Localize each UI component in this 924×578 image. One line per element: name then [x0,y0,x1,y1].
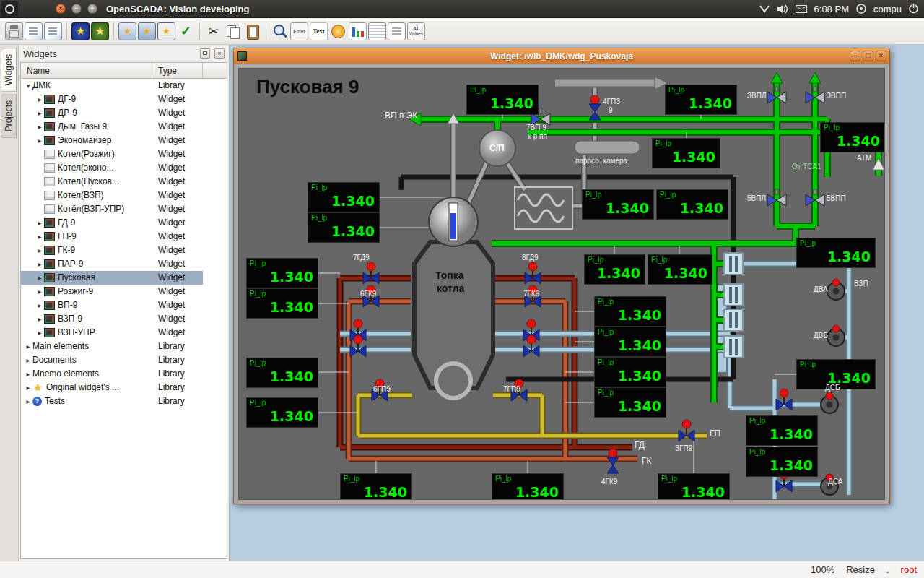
copy-icon[interactable] [224,22,242,40]
add-widget-library-icon[interactable]: ★ [138,22,156,40]
tree-item-ДР-9[interactable]: ▸ДР-9Widget [21,106,227,120]
value-display-21[interactable]: Pi_lp1.340 [746,415,818,446]
column-header-name[interactable]: Name [21,63,152,78]
value-display-24[interactable]: Pi_lp1.340 [492,473,564,500]
enter-element-icon[interactable]: Enter [290,22,308,40]
widget-editor-window[interactable]: Widget: /wlb_DMK/wdg_Puskovaja – □ × [233,48,890,504]
cut-icon[interactable]: ✂ [204,22,222,40]
volume-icon[interactable] [777,4,788,14]
tree-item-Котел(эконо...[interactable]: Котел(эконо...Widget [21,161,227,175]
clock[interactable]: 6:08 PM [814,4,849,14]
value-display-7[interactable]: Pi_lp1.340 [582,189,654,220]
edit-mode[interactable]: Resize [846,564,875,575]
expand-arrow-icon[interactable]: ▸ [24,353,32,367]
tree-item-Дым_Газы 9[interactable]: ▸Дым_Газы 9Widget [21,120,227,134]
close-window-button[interactable]: × [56,4,66,14]
add-widget-icon[interactable]: ★ [118,22,136,40]
username[interactable]: compu [873,4,902,14]
tree-item-ВП-9[interactable]: ▸ВП-9Widget [21,298,227,312]
tree-item-ГП-9[interactable]: ▸ГП-9Widget [21,230,227,243]
value-display-4[interactable]: Pi_lp1.340 [652,138,720,168]
expand-arrow-icon[interactable]: ▸ [35,106,44,120]
load-document-icon[interactable] [44,22,62,40]
expand-arrow-icon[interactable]: ▸ [24,340,32,353]
mail-icon[interactable] [796,5,807,13]
tree-item-Original widget's ...[interactable]: ▸★Original widget's ...Library [21,381,227,394]
expand-arrow-icon[interactable]: ▸ [35,326,44,340]
tree-item-Котел(Пусков...[interactable]: Котел(Пусков...Widget [21,175,227,189]
float-dock-icon[interactable] [200,48,210,59]
distro-logo-icon[interactable] [1,1,18,17]
expand-arrow-icon[interactable]: ▸ [35,243,44,257]
tab-widgets[interactable]: Widgets [1,48,17,92]
tree-item-ПАР-9[interactable]: ▸ПАР-9Widget [21,257,227,271]
current-user[interactable]: root [901,564,917,575]
expand-arrow-icon[interactable]: ▸ [35,285,44,298]
value-display-22[interactable]: Pi_lp1.340 [746,447,818,477]
tree-item-Экономайзер[interactable]: ▸ЭкономайзерWidget [21,134,227,147]
maximize-window-button[interactable]: + [87,4,97,14]
value-display-17[interactable]: Pi_lp1.340 [594,387,666,418]
tree-item-Documents[interactable]: ▸DocumentsLibrary [21,353,227,367]
expand-arrow-icon[interactable]: ▸ [24,367,32,381]
expand-arrow-icon[interactable]: ▸ [35,230,44,243]
value-display-8[interactable]: Pi_lp1.340 [656,189,728,220]
value-display-19[interactable]: Pi_lp1.340 [246,397,318,428]
expand-arrow-icon[interactable]: ▸ [35,271,44,285]
mdi-minimize-button[interactable]: – [850,51,860,61]
value-display-16[interactable]: Pi_lp1.340 [594,357,666,387]
expand-arrow-icon[interactable]: ▾ [24,79,32,92]
value-display-15[interactable]: Pi_lp1.340 [594,327,666,357]
close-dock-icon[interactable]: × [214,48,225,59]
tree-item-ВЗП-9[interactable]: ▸ВЗП-9Widget [21,312,227,326]
tree-item-Mnemo elements[interactable]: ▸Mnemo elementsLibrary [21,367,227,381]
value-display-14[interactable]: Pi_lp1.340 [594,296,666,327]
export-document-icon[interactable] [25,22,43,40]
tree-item-Котел(Розжиг)[interactable]: Котел(Розжиг)Widget [21,147,227,161]
paste-icon[interactable] [243,22,261,40]
tree-item-ДМК[interactable]: ▾ДМКLibrary [21,79,227,92]
zoom-icon[interactable] [271,22,289,40]
tree-item-ГД-9[interactable]: ▸ГД-9Widget [21,216,227,230]
value-display-3[interactable]: Pi_lp1.340 [820,122,885,152]
mdi-maximize-button[interactable]: □ [863,51,873,61]
expand-arrow-icon[interactable]: ▸ [35,134,44,147]
tree-item-ВЗП-УПР[interactable]: ▸ВЗП-УПРWidget [21,326,227,340]
widget-window-titlebar[interactable]: Widget: /wlb_DMK/wdg_Puskovaja – □ × [234,48,889,64]
diagram-element-icon[interactable] [349,22,367,40]
form-element-icon[interactable] [368,22,386,40]
document-element-icon[interactable] [388,22,406,40]
expand-arrow-icon[interactable]: ▸ [24,394,32,408]
expand-arrow-icon[interactable]: ▸ [35,92,44,106]
expand-arrow-icon[interactable]: ▸ [35,257,44,271]
column-header-type[interactable]: Type [152,63,203,78]
session-icon[interactable] [856,4,866,14]
power-icon[interactable] [909,4,918,14]
widget-visual-items-icon[interactable]: ★ [157,22,175,40]
network-icon[interactable] [759,4,770,13]
expand-arrow-icon[interactable]: ▸ [24,381,32,394]
expand-arrow-icon[interactable]: ▸ [35,298,44,312]
print-icon[interactable] [5,22,23,40]
expand-arrow-icon[interactable]: ▸ [35,312,44,326]
tree-item-Пусковая[interactable]: ▸ПусковаяWidget [21,271,227,285]
attribute-values-icon[interactable]: AT Values [407,22,425,40]
value-display-25[interactable]: Pi_lp1.340 [658,473,730,500]
minimize-window-button[interactable]: − [71,4,82,14]
apply-changes-icon[interactable]: ✓ [177,22,195,40]
tree-item-Tests[interactable]: ▸?TestsLibrary [21,394,227,408]
tree-item-ГК-9[interactable]: ▸ГК-9Widget [21,243,227,257]
tree-item-Котёл(ВЗП-УПР)[interactable]: Котёл(ВЗП-УПР)Widget [21,202,227,216]
tree-item-Main elements[interactable]: ▸Main elementsLibrary [21,340,227,353]
tree-item-Розжиг-9[interactable]: ▸Розжиг-9Widget [21,285,227,298]
value-display-2[interactable]: Pi_lp1.340 [665,85,737,115]
decoration-element-icon[interactable] [329,22,347,40]
value-display-12[interactable]: Pi_lp1.340 [584,254,645,285]
value-display-10[interactable]: Pi_lp1.340 [246,258,318,288]
value-display-18[interactable]: Pi_lp1.340 [246,358,318,388]
value-display-13[interactable]: Pi_lp1.340 [648,254,712,285]
value-display-9[interactable]: Pi_lp1.340 [796,238,876,268]
expand-arrow-icon[interactable]: ▸ [35,120,44,134]
mnemo-canvas[interactable]: Pi_lp1.340Pi_lp1.340Pi_lp1.340Pi_lp1.340… [238,68,885,500]
tab-projects[interactable]: Projects [1,94,17,138]
